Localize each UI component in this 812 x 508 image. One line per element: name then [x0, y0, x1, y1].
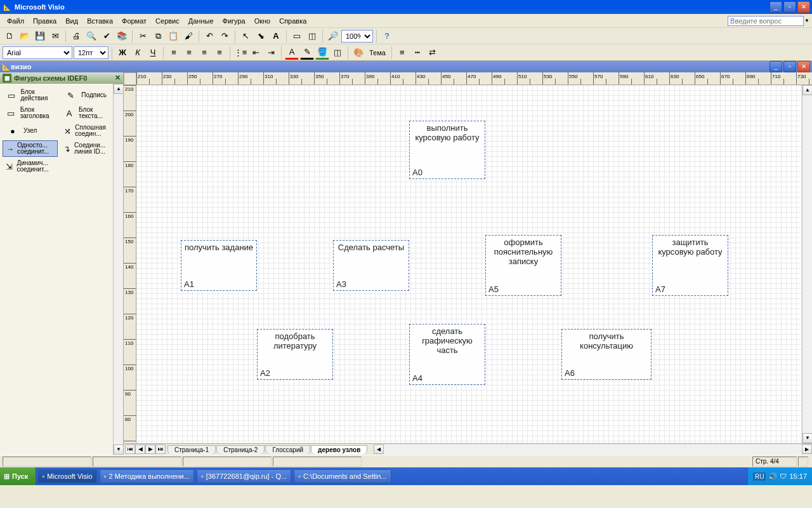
format-painter-button[interactable]: 🖌	[181, 29, 195, 43]
line-color-button[interactable]: ✎	[300, 46, 314, 60]
align-right-button[interactable]: ≡	[197, 46, 211, 60]
bullets-button[interactable]: ⋮≡	[233, 46, 247, 60]
align-left-button[interactable]: ≡	[167, 46, 181, 60]
print-button[interactable]: 🖨	[69, 29, 83, 43]
canvas-v-scrollbar[interactable]: ▲ ▼	[802, 85, 812, 443]
menu-help[interactable]: Справка	[275, 16, 311, 26]
diagram-node[interactable]: подобрать литературуA2	[257, 329, 333, 380]
canvas-h-scrollbar[interactable]: ◀ ▶	[374, 444, 812, 454]
pointer-tool-button[interactable]: ↖	[239, 29, 252, 43]
stencil-close-icon[interactable]: ✕	[115, 74, 121, 82]
research-button[interactable]: 📚	[115, 29, 129, 43]
tray-icon[interactable]: 🔊	[768, 472, 777, 481]
canvas-scroll-down-icon[interactable]: ▼	[802, 433, 812, 443]
menu-shape[interactable]: Фигура	[218, 16, 250, 26]
line-pattern-button[interactable]: ┅	[410, 46, 424, 60]
diagram-node[interactable]: оформить пояснительную запискуA5	[485, 235, 561, 296]
taskbar-item[interactable]: ▫Microsoft Visio	[37, 469, 96, 483]
open-button[interactable]: 📂	[18, 29, 32, 43]
diagram-node[interactable]: сделать графическую частьA4	[409, 324, 485, 385]
canvas-scroll-up-icon[interactable]: ▲	[802, 85, 812, 95]
underline-button[interactable]: Ч	[146, 46, 160, 60]
align-justify-button[interactable]: ≡	[213, 46, 226, 60]
font-color-button[interactable]: A	[285, 46, 299, 60]
copy-button[interactable]: ⧉	[151, 29, 165, 43]
italic-button[interactable]: К	[131, 46, 145, 60]
doc-restore-button[interactable]: ▫	[783, 61, 796, 72]
fill-color-button[interactable]: 🪣	[315, 46, 329, 60]
shapes-window-button[interactable]: ◫	[305, 29, 319, 43]
font-name-combo[interactable]: Arial	[3, 46, 72, 59]
stencil-shape[interactable]: AБлок текста...	[60, 105, 113, 121]
align-center-button[interactable]: ≡	[182, 46, 196, 60]
tray-icon[interactable]: 🛡	[780, 472, 787, 480]
mail-button[interactable]: ✉	[48, 29, 62, 43]
stencil-shape[interactable]: ⤨Сплошная соедин...	[60, 123, 113, 139]
decrease-indent-button[interactable]: ⇤	[249, 46, 263, 60]
menu-edit[interactable]: Правка	[29, 16, 61, 26]
diagram-edge[interactable]	[295, 179, 327, 180]
zoom-tool-button[interactable]: 🔎	[326, 29, 340, 43]
stencil-shape[interactable]: ✎Подпись	[60, 87, 113, 104]
cut-button[interactable]: ✂	[136, 29, 150, 43]
doc-minimize-button[interactable]: _	[769, 61, 782, 72]
shadow-button[interactable]: ◫	[331, 46, 344, 60]
taskbar-item[interactable]: ▫2 Методика выполнени...	[100, 469, 194, 483]
stencil-shape[interactable]: ↴Соедини... линия ID...	[60, 140, 113, 157]
stencil-shape[interactable]: ▭Блок заголовка	[3, 105, 58, 121]
rectangle-tool-button[interactable]: ▭	[290, 29, 304, 43]
stencil-shape[interactable]: ⇲Динамич... соединит...	[3, 158, 58, 175]
doc-close-button[interactable]: ✕	[797, 61, 810, 72]
redo-button[interactable]: ↷	[218, 29, 232, 43]
menu-file[interactable]: Файл	[3, 16, 29, 26]
diagram-node[interactable]: выполнить курсовую работуA0	[409, 121, 485, 179]
page-tab[interactable]: Глоссарий	[265, 445, 310, 454]
scroll-up-icon[interactable]: ▲	[114, 84, 124, 94]
ask-dropdown-icon[interactable]: ▼	[804, 18, 809, 23]
undo-button[interactable]: ↶	[202, 29, 216, 43]
paste-button[interactable]: 📋	[166, 29, 180, 43]
menu-data[interactable]: Данные	[184, 16, 218, 26]
print-preview-button[interactable]: 🔍	[84, 29, 98, 43]
theme-label[interactable]: Тема	[367, 49, 388, 57]
increase-indent-button[interactable]: ⇥	[264, 46, 278, 60]
stencil-shape[interactable]: →Односто... соединит...	[3, 140, 58, 157]
menu-format[interactable]: Формат	[117, 16, 151, 26]
tab-nav-last[interactable]: ⏭	[155, 444, 166, 454]
restore-button[interactable]: ▫	[783, 1, 796, 13]
stencil-shape[interactable]: ●Узел	[3, 123, 58, 139]
start-button[interactable]: ⊞ Пуск	[0, 467, 36, 485]
page-tab[interactable]: дерево узлов	[311, 445, 367, 454]
scroll-down-icon[interactable]: ▼	[114, 444, 124, 455]
diagram-node[interactable]: защитить курсовую работуA7	[652, 235, 728, 296]
canvas-scroll-left-icon[interactable]: ◀	[374, 444, 384, 454]
clock[interactable]: 15:17	[789, 472, 807, 480]
spellcheck-button[interactable]: ✔	[100, 29, 114, 43]
save-button[interactable]: 💾	[33, 29, 47, 43]
diagram-node[interactable]: получить заданиеA1	[181, 240, 257, 291]
stencil-scrollbar[interactable]: ▲ ▼	[113, 84, 123, 455]
minimize-button[interactable]: _	[769, 1, 782, 13]
tab-nav-first[interactable]: ⏮	[125, 444, 135, 454]
diagram-node[interactable]: Сделать расчетыA3	[333, 240, 409, 291]
menu-insert[interactable]: Вставка	[82, 16, 117, 26]
canvas-scroll-right-icon[interactable]: ▶	[802, 444, 812, 454]
new-button[interactable]: 🗋	[3, 29, 16, 43]
tab-nav-prev[interactable]: ◀	[135, 444, 145, 454]
drawing-canvas[interactable]: выполнить курсовую работуA0получить зада…	[136, 85, 802, 443]
page-tab[interactable]: Страница-2	[216, 445, 265, 454]
close-button[interactable]: ✕	[797, 1, 810, 13]
bold-button[interactable]: Ж	[115, 46, 129, 60]
help-button[interactable]: ?	[380, 29, 394, 43]
lang-indicator[interactable]: RU	[753, 472, 766, 481]
taskbar-item[interactable]: ▫[367722681@qip.ru] - Q...	[197, 469, 291, 483]
stencil-shape[interactable]: ▭Блок действия	[3, 87, 58, 104]
diagram-edge[interactable]	[219, 179, 327, 180]
page-tab[interactable]: Страница-1	[167, 445, 216, 454]
zoom-combo[interactable]: 100%	[341, 30, 373, 43]
taskbar-item[interactable]: ▫C:\Documents and Settin...	[294, 469, 391, 483]
diagram-node[interactable]: получить консультациюA6	[561, 329, 652, 380]
tab-nav-next[interactable]: ▶	[145, 444, 155, 454]
text-tool-button[interactable]: A	[269, 29, 283, 43]
line-weight-button[interactable]: ≡	[395, 46, 409, 60]
